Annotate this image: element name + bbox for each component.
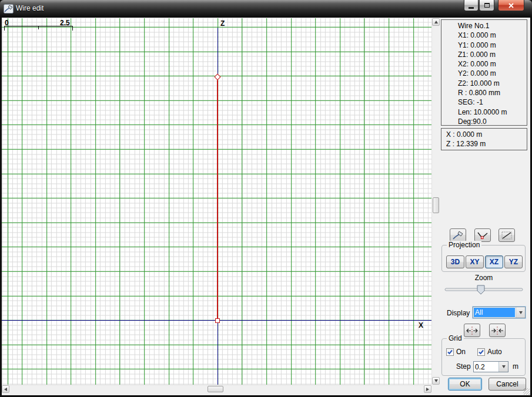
draw-wire-icon: [452, 231, 464, 240]
wire-start-marker[interactable]: [214, 73, 220, 80]
grid-auto-label: Auto: [487, 348, 502, 356]
scroll-up-button[interactable]: [432, 18, 440, 26]
wire-info-line: Deg:90.0: [458, 117, 527, 126]
arrow-right-icon: [426, 388, 429, 391]
checkmark-icon: [447, 349, 453, 355]
wire-info-box: Wire No.1 X1: 0.000 m Y1: 0.000 m Z1: 0.…: [441, 19, 527, 126]
close-icon: [507, 2, 515, 9]
wire-info-line: X1: 0.000 m: [458, 31, 527, 40]
chevron-down-icon[interactable]: [516, 307, 525, 318]
wire-info-line: SEG: -1: [458, 97, 527, 107]
minimize-icon: [469, 7, 474, 9]
cancel-button[interactable]: Cancel: [488, 378, 526, 391]
projection-group: Projection 3D XY XZ YZ: [441, 245, 526, 272]
zoom-slider-track: [444, 284, 523, 295]
wire-edit-window: Wire edit 0 2.5 Z X: [0, 0, 532, 397]
grid-checkbox-row: On Auto: [442, 347, 525, 356]
display-value: All: [474, 308, 515, 317]
ok-button[interactable]: OK: [448, 378, 482, 391]
cursor-x-readout: X : 0.000 m: [446, 130, 527, 139]
minimize-button[interactable]: [464, 0, 479, 11]
zoom-slider[interactable]: [444, 284, 523, 295]
wire-info-line: Z1: 0.000 m: [458, 50, 527, 59]
x-axis-label: X: [419, 321, 423, 329]
scroll-right-button[interactable]: [424, 385, 431, 393]
cursor-readout-box: X : 0.000 m Z : 12.339 m: [441, 128, 527, 150]
expand-horizontal-icon: [466, 326, 479, 335]
draw-wire-button[interactable]: [450, 228, 466, 242]
wire-canvas[interactable]: 0 2.5 Z X: [2, 18, 431, 385]
grid-auto-option[interactable]: Auto: [477, 347, 502, 356]
edit-point-button[interactable]: [474, 228, 491, 242]
compress-horizontal-button[interactable]: [489, 324, 506, 337]
grid-auto-checkbox[interactable]: [477, 348, 485, 356]
horizontal-scrollbar-thumb[interactable]: [208, 386, 223, 392]
step-unit-label: m: [513, 361, 518, 372]
grid-on-label: On: [456, 348, 466, 356]
projection-3d-button[interactable]: 3D: [446, 255, 464, 268]
app-icon: [4, 4, 14, 14]
scroll-down-button[interactable]: [432, 377, 440, 385]
grid-on-option[interactable]: On: [446, 347, 466, 356]
projection-xy-button[interactable]: XY: [466, 255, 484, 268]
arrow-down-icon: [434, 379, 438, 382]
wire-info-line: Y2: 0.000 m: [458, 69, 527, 78]
grid-group: Grid On: [441, 338, 526, 376]
zoom-slider-thumb: [477, 285, 484, 294]
wire-info-line: X2: 0.000 m: [458, 59, 527, 69]
edit-point-icon: [477, 231, 488, 240]
scrollbar-corner: [431, 385, 439, 392]
scroll-left-button[interactable]: [2, 385, 9, 393]
projection-yz-button[interactable]: YZ: [504, 255, 523, 268]
arrow-left-icon: [4, 388, 7, 391]
wire-info-line: R : 0.800 mm: [458, 88, 527, 97]
compress-horizontal-icon: [491, 326, 504, 335]
wire-end-marker[interactable]: [215, 318, 220, 323]
close-button[interactable]: [498, 0, 524, 11]
step-combobox[interactable]: 0.2: [473, 361, 508, 372]
titlebar[interactable]: Wire edit: [0, 0, 532, 18]
grid-label: Grid: [447, 334, 464, 342]
maximize-button[interactable]: [479, 0, 494, 11]
maximize-icon: [484, 3, 490, 8]
wire-info-line: Len: 10.0000 m: [458, 107, 527, 117]
z-axis-label: Z: [220, 19, 225, 28]
chevron-down-icon[interactable]: [498, 362, 508, 372]
vertical-scrollbar-thumb[interactable]: [433, 197, 439, 213]
wire-segment[interactable]: [217, 77, 218, 321]
client-area: 0 2.5 Z X Wir: [2, 18, 530, 395]
window-title: Wire edit: [16, 4, 44, 12]
scale-ruler: [4, 26, 73, 31]
expand-horizontal-button[interactable]: [464, 324, 480, 337]
vertical-scrollbar[interactable]: [431, 18, 439, 385]
side-panel: Wire No.1 X1: 0.000 m Y1: 0.000 m Z1: 0.…: [440, 18, 530, 395]
step-label: Step: [456, 361, 471, 372]
wire-info-line: Wire No.1: [458, 21, 527, 31]
arrow-up-icon: [434, 21, 438, 23]
cursor-z-readout: Z : 12.339 m: [446, 139, 527, 149]
projection-label: Projection: [447, 241, 481, 249]
resize-grip[interactable]: [523, 388, 530, 395]
checkmark-icon: [478, 349, 484, 355]
display-label: Display: [447, 307, 470, 319]
projection-xz-button[interactable]: XZ: [485, 255, 503, 268]
horizontal-scrollbar[interactable]: [2, 385, 431, 392]
grid-on-checkbox[interactable]: [446, 348, 454, 356]
delete-wire-icon: [501, 231, 513, 240]
wire-info-line: Y1: 0.000 m: [458, 41, 527, 50]
display-combobox[interactable]: All: [473, 307, 526, 318]
step-value: 0.2: [474, 362, 498, 372]
zoom-label: Zoom: [440, 274, 528, 282]
wire-info-line: Z2: 10.000 m: [458, 79, 527, 88]
delete-wire-button[interactable]: [498, 228, 515, 242]
